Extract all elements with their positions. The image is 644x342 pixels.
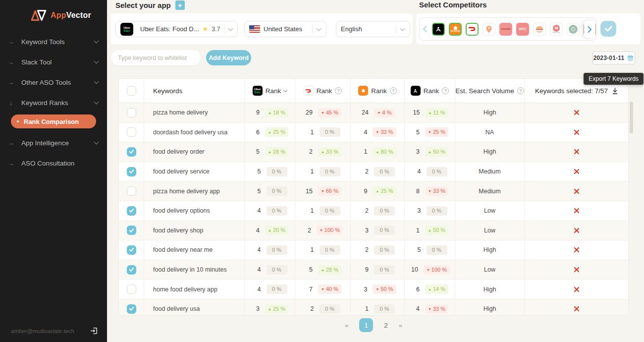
row-checkbox[interactable] [127, 108, 136, 117]
add-app-button[interactable]: + [175, 0, 185, 10]
divider [312, 25, 313, 33]
delete-cell [525, 280, 629, 299]
date-picker[interactable]: 2023-01-11 [592, 52, 635, 64]
competitor-icon-starbucks[interactable] [567, 23, 580, 36]
country-selector[interactable]: United States [244, 21, 326, 37]
competitor-icon-zomato[interactable]: zomato [499, 23, 512, 36]
help-icon[interactable]: ? [517, 87, 524, 94]
row-checkbox[interactable] [127, 285, 136, 294]
rank-change-badge: ▼25 % [425, 127, 448, 137]
pagination-prev-button[interactable]: « [345, 322, 348, 329]
language-selector[interactable]: English [336, 21, 410, 37]
row-checkbox[interactable] [127, 127, 136, 137]
delete-keyword-button[interactable] [572, 186, 582, 196]
sort-chevron-icon[interactable] [283, 88, 287, 92]
delete-keyword-button[interactable] [572, 167, 582, 176]
delete-keyword-button[interactable] [572, 147, 582, 157]
rank-cell: 3▼50 % [351, 280, 405, 299]
user-email: amber@multivariate.tech [11, 328, 74, 334]
scrollbar-thumb[interactable] [630, 102, 633, 133]
competitor-icon-postmates[interactable] [432, 23, 445, 36]
rank-value: 3 [360, 227, 369, 234]
row-checkbox[interactable] [127, 226, 136, 235]
sidebar-item-slack-tool[interactable]: → Slack Tool [0, 52, 107, 72]
rank-value: 2 [303, 227, 311, 234]
competitor-icon-burger-king[interactable] [533, 23, 546, 36]
rank-cell: 15▲11 % [405, 103, 455, 122]
export-tooltip: Export 7 Keywords [584, 73, 644, 85]
select-all-checkbox[interactable] [127, 86, 136, 96]
checkbox-cell [119, 280, 144, 299]
row-checkbox[interactable] [127, 206, 136, 216]
sidebar-item-keyword-tools[interactable]: → Keyword Tools [0, 32, 107, 52]
keyword-input[interactable] [111, 50, 201, 65]
row-checkbox[interactable] [127, 147, 136, 157]
rank-change-badge: ▲18 % [265, 108, 288, 117]
sidebar-item-aso-consultation[interactable]: → ASO Consultation [0, 153, 107, 173]
delete-cell [525, 142, 629, 162]
rank-change-badge: ▲25 % [373, 186, 396, 196]
row-checkbox[interactable] [127, 167, 136, 176]
delete-keyword-button[interactable] [572, 226, 582, 235]
table-row: doordash food delivery usa6▲25 %10 %4▼33… [119, 123, 628, 143]
row-checkbox[interactable] [127, 304, 136, 314]
delete-keyword-button[interactable] [572, 304, 582, 314]
delete-keyword-button[interactable] [572, 127, 582, 137]
pagination: « 1 2 » [118, 318, 629, 332]
rank-cell: 15▼66 % [295, 181, 351, 201]
checkbox-cell [119, 142, 144, 162]
delete-keyword-button[interactable] [572, 265, 582, 275]
delete-keyword-button[interactable] [572, 108, 582, 117]
rank-value: 4 [253, 286, 261, 293]
keyword-cell: food delivery service [144, 162, 245, 181]
chevron-down-icon [94, 100, 99, 105]
rank-change-badge: 0 % [320, 245, 340, 255]
delete-keyword-button[interactable] [572, 285, 582, 294]
sidebar-item-app-intelligence[interactable]: → App Intelligence [0, 133, 107, 153]
apply-competitors-button[interactable] [600, 21, 616, 37]
rank-change-badge: ▲11 % [425, 108, 448, 117]
logout-icon[interactable] [90, 327, 98, 335]
table-row: food delivery order5▲28 %2▲33 %1▲80 %3▲5… [119, 142, 628, 162]
rank-value: 4 [411, 305, 420, 312]
row-checkbox[interactable] [127, 186, 136, 196]
sidebar-item-rank-comparison[interactable]: Rank Comparison [11, 114, 96, 128]
pagination-next-button[interactable]: » [399, 322, 402, 329]
add-keyword-button[interactable]: Add Keyword [206, 50, 251, 65]
rank-change-badge: ▲50 % [425, 226, 448, 235]
delete-keyword-button[interactable] [572, 245, 582, 255]
competitor-icon-kfc[interactable]: KFC [516, 23, 529, 36]
sidebar: AppVector → Keyword Tools → Slack Tool →… [0, 0, 107, 342]
rank-change-badge: 0 % [427, 206, 447, 216]
rank-cell: 10 % [351, 299, 405, 316]
pagination-page-1[interactable]: 1 [359, 318, 373, 332]
rank-change-badge: ▼100 % [317, 226, 343, 235]
sidebar-item-other-aso-tools[interactable]: → Other ASO Tools [0, 72, 107, 93]
app-selector[interactable]: UberEats Uber Eats: Food D... ★ 3.7 [115, 21, 238, 37]
delete-cell [525, 103, 629, 122]
rank-change-badge: ▼50 % [373, 285, 396, 294]
export-download-icon[interactable] [612, 88, 618, 95]
column-header-rank-uber-eats[interactable]: UberEats Rank [245, 79, 295, 103]
competitor-icon-swiggy[interactable] [483, 23, 495, 36]
row-checkbox[interactable] [127, 265, 136, 275]
pagination-page-2[interactable]: 2 [384, 322, 388, 329]
help-icon[interactable]: ? [390, 87, 397, 94]
competitor-icon-mcdelivery[interactable]: M McDelivery [550, 23, 563, 36]
help-icon[interactable]: ? [335, 87, 342, 94]
delete-keyword-button[interactable] [572, 206, 582, 216]
sidebar-item-keyword-ranks[interactable]: ↓ Keyword Ranks [0, 93, 107, 113]
table-row: food delivery in 10 minutes40 %5▲28 %90 … [119, 260, 628, 280]
keyword-cell: doordash food delivery usa [144, 123, 245, 142]
rank-change-badge: 0 % [320, 127, 340, 137]
search-volume-cell: Low [455, 260, 525, 280]
rank-cell: 50 % [405, 240, 455, 260]
carousel-next-icon[interactable] [584, 21, 595, 38]
carousel-prev-icon[interactable] [422, 25, 428, 33]
competitor-icon-doordash[interactable] [466, 23, 479, 36]
row-checkbox[interactable] [127, 245, 136, 255]
help-icon[interactable]: ? [442, 87, 449, 94]
keyword-cell: pizza home delivery app [144, 181, 245, 201]
competitor-icon-grubhub[interactable]: GRUBHUB [449, 23, 462, 36]
rank-cell: 7▼40 % [295, 280, 351, 299]
